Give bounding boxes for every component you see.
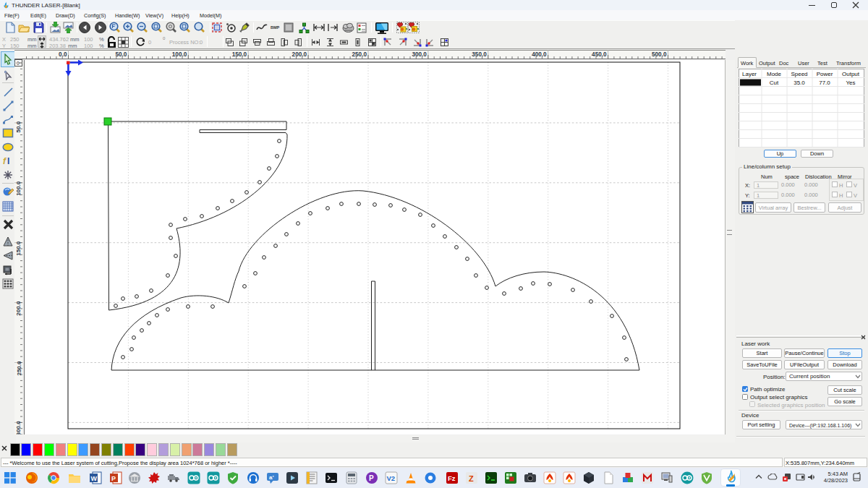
svg-text:400.0: 400.0: [532, 51, 547, 58]
svg-text:150.0: 150.0: [16, 241, 22, 256]
svg-text:300.0: 300.0: [16, 421, 22, 435]
svg-text:50.0: 50.0: [115, 51, 127, 58]
svg-text:0.0: 0.0: [59, 51, 67, 58]
svg-text:50.0: 50.0: [16, 121, 22, 132]
svg-text:250.0: 250.0: [352, 51, 367, 58]
svg-text:Fz: Fz: [448, 474, 456, 482]
svg-text:300.0: 300.0: [412, 51, 427, 58]
svg-text:100.0: 100.0: [16, 181, 22, 196]
svg-text:250.0: 250.0: [16, 361, 22, 376]
svg-text:150.0: 150.0: [232, 51, 247, 58]
svg-text:aʼ: aʼ: [269, 474, 274, 481]
svg-text:W: W: [91, 475, 98, 482]
svg-text:200.0: 200.0: [292, 51, 307, 58]
svg-text:BMP: BMP: [271, 25, 280, 30]
svg-text:f: f: [3, 156, 7, 166]
svg-text:200.0: 200.0: [16, 301, 22, 316]
svg-text:V2: V2: [387, 474, 396, 482]
svg-text:500.0: 500.0: [652, 51, 667, 58]
svg-text:P: P: [111, 475, 116, 482]
svg-text:Z: Z: [469, 474, 474, 483]
svg-text:350.0: 350.0: [472, 51, 487, 58]
svg-text:450.0: 450.0: [592, 51, 607, 58]
svg-text:100.0: 100.0: [172, 51, 187, 58]
svg-text:P: P: [369, 474, 374, 482]
svg-text:I: I: [7, 156, 9, 166]
